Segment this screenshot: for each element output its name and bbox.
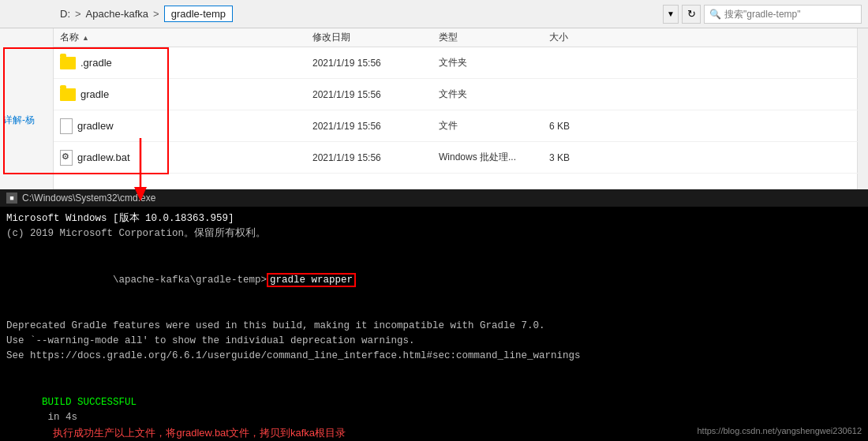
file-size: 6 KB	[549, 121, 612, 132]
address-bar: D: > Apache-kafka > gradle-temp ▼ ↻ 🔍	[0, 0, 868, 28]
footer-url: https://blog.csdn.net/yangshengwei230612	[697, 424, 862, 438]
column-headers: 名称 ▲ 修改日期 类型 大小	[0, 28, 868, 47]
search-input[interactable]	[724, 9, 851, 20]
terminal-line	[6, 364, 862, 379]
address-refresh-button[interactable]: ↻	[682, 5, 701, 24]
file-icon	[60, 118, 73, 134]
terminal-window: ■ C:\Windows\System32\cmd.exe Microsoft …	[0, 189, 868, 441]
address-part1: Apache-kafka	[86, 8, 149, 20]
col-date-header[interactable]: 修改日期	[312, 31, 439, 44]
terminal-icon: ■	[6, 192, 17, 204]
file-name: .gradle	[80, 57, 112, 69]
terminal-title-text: C:\Windows\System32\cmd.exe	[22, 192, 155, 204]
file-name: gradlew.bat	[77, 151, 130, 163]
file-date: 2021/1/19 15:56	[312, 121, 439, 132]
file-list: .gradle 2021/1/19 15:56 文件夹 gradle 2021/…	[0, 47, 868, 189]
sort-arrow-icon: ▲	[82, 34, 89, 42]
search-box: 🔍	[704, 5, 862, 24]
search-icon: 🔍	[709, 9, 721, 20]
address-sep-1: >	[75, 8, 81, 20]
terminal-line	[6, 242, 862, 257]
address-dropdown-button[interactable]: ▼	[663, 5, 679, 24]
bat-file-icon: ⚙	[60, 150, 73, 166]
table-row[interactable]: gradle 2021/1/19 15:56 文件夹	[54, 79, 868, 110]
terminal-line	[6, 303, 862, 318]
sidebar-panel: 详解-杨	[0, 28, 54, 189]
build-time-text: in 4s	[42, 412, 77, 423]
file-name: gradlew	[77, 120, 114, 132]
file-date: 2021/1/19 15:56	[312, 152, 439, 163]
file-name-cell: ⚙ gradlew.bat	[60, 150, 312, 166]
annotation-text: 执行成功生产以上文件，将gradlew.bat文件，拷贝到kafka根目录	[42, 427, 346, 439]
file-type: 文件夹	[439, 88, 549, 101]
file-type: Windows 批处理...	[439, 151, 549, 164]
sidebar-label: 详解-杨	[3, 114, 35, 127]
file-size: 3 KB	[549, 152, 612, 163]
terminal-body: Microsoft Windows [版本 10.0.18363.959] (c…	[0, 207, 868, 441]
col-name-header[interactable]: 名称 ▲	[60, 31, 312, 44]
folder-icon	[60, 57, 76, 69]
file-name-cell: gradlew	[60, 118, 312, 134]
build-success-text: BUILD SUCCESSFUL	[42, 397, 137, 408]
file-type: 文件夹	[439, 56, 549, 69]
gear-icon: ⚙	[62, 151, 71, 161]
table-row[interactable]: gradlew 2021/1/19 15:56 文件 6 KB	[54, 110, 868, 142]
terminal-line: Microsoft Windows [版本 10.0.18363.959]	[6, 211, 862, 226]
col-size-header[interactable]: 大小	[549, 31, 612, 44]
address-active-part[interactable]: gradle-temp	[164, 6, 233, 22]
table-row[interactable]: .gradle 2021/1/19 15:56 文件夹	[54, 47, 868, 79]
file-name: gradle	[80, 88, 109, 100]
table-row[interactable]: ⚙ gradlew.bat 2021/1/19 15:56 Windows 批处…	[54, 142, 868, 174]
terminal-line: Use `--warning-mode all' to show the ind…	[6, 334, 862, 349]
terminal-title-bar: ■ C:\Windows\System32\cmd.exe	[0, 189, 868, 207]
terminal-line: See https://docs.gradle.org/6.6.1/usergu…	[6, 349, 862, 364]
file-name-cell: gradle	[60, 88, 312, 101]
address-root: D:	[60, 8, 70, 20]
address-sep-2: >	[153, 8, 159, 20]
terminal-line: Deprecated Gradle features were used in …	[6, 319, 862, 334]
folder-icon	[60, 88, 76, 101]
file-date: 2021/1/19 15:56	[312, 89, 439, 100]
file-date: 2021/1/19 15:56	[312, 58, 439, 69]
file-name-cell: .gradle	[60, 57, 312, 69]
prompt-prefix: \apache-kafka\gradle-temp>	[42, 275, 267, 286]
kafka-folder-label: Apache-kafka	[86, 8, 149, 20]
col-type-header[interactable]: 类型	[439, 31, 549, 44]
file-explorer: 详解-杨 D: > Apache-kafka > gradle-temp ▼ ↻…	[0, 0, 868, 189]
terminal-line: (c) 2019 Microsoft Corporation。保留所有权利。	[6, 226, 862, 241]
terminal-line: \apache-kafka\gradle-temp>gradle wrapper	[6, 257, 862, 303]
command-highlight: gradle wrapper	[267, 273, 356, 287]
file-type: 文件	[439, 119, 549, 133]
drive-label: D:	[60, 8, 70, 20]
